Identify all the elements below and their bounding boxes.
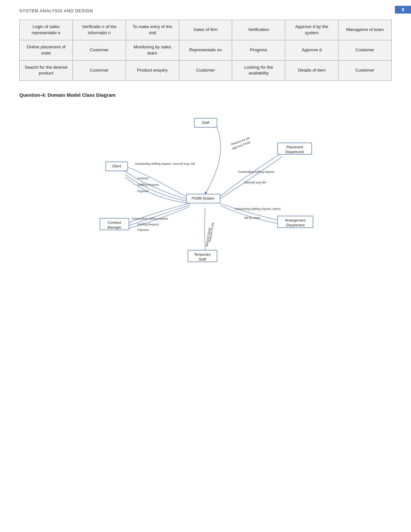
svg-text:Staffing Request: Staffing Request [137, 223, 159, 226]
table-cell-r0-c0: Login of sales representativ e [20, 20, 73, 40]
main-table: Login of sales representativ eVerificati… [19, 20, 392, 81]
svg-text:Temporary: Temporary [194, 252, 211, 256]
table-cell-r0-c2: To make entry of the visit [126, 20, 179, 40]
table-cell-r2-c3: Customer [179, 60, 232, 81]
table-cell-r2-c2: Product enquiry [126, 60, 179, 81]
svg-text:Payment: Payment [137, 228, 149, 232]
table-cell-r0-c1: Verificatio n of the informatio n [73, 20, 126, 40]
svg-text:Bill for client: Bill for client [244, 216, 260, 220]
svg-text:Memo(if any) Bill: Memo(if any) Bill [244, 181, 266, 184]
svg-text:Outstanding staffing request, : Outstanding staffing request, memo(if an… [135, 162, 195, 165]
table-cell-r2-c0: Search for the desired product [20, 60, 73, 81]
table-cell-r2-c6: Customer [338, 60, 392, 81]
svg-text:Staffing Request: Staffing Request [137, 183, 159, 186]
svg-text:Staff: Staff [199, 257, 206, 261]
svg-text:Contract: Contract [137, 177, 149, 180]
table-cell-r1-c2: Monitoring by sales team [126, 40, 179, 60]
table-cell-r1-c3: Representativ es [179, 40, 232, 60]
diagram-container: Request for job approval Detail Outstand… [19, 103, 392, 274]
table-cell-r2-c4: Looking for the availability [232, 60, 285, 81]
svg-text:PSSM System: PSSM System [191, 196, 214, 200]
section-heading: Question-4: Domain Model Class Diagram [19, 92, 392, 98]
svg-text:Contract: Contract [108, 221, 121, 224]
svg-text:Staff: Staff [202, 121, 209, 124]
table-cell-r2-c5: Details of item [285, 60, 338, 81]
table-cell-r1-c0: Online placement of order [20, 40, 73, 60]
table-cell-r0-c6: Manageme nt team [338, 20, 392, 40]
domain-model-diagram: Request for job approval Detail Outstand… [90, 103, 322, 274]
table-cell-r1-c6: Customer [338, 40, 392, 60]
svg-text:Manager: Manager [107, 225, 122, 229]
page-number: 9 [395, 6, 411, 14]
svg-text:Placement: Placement [286, 145, 303, 149]
svg-text:Payment: Payment [137, 190, 149, 193]
header-title: SYSTEM ANALYSIS AND DESIGN [19, 8, 392, 13]
svg-text:Client: Client [112, 164, 121, 168]
svg-text:Outstanding staffing request: Outstanding staffing request [238, 170, 274, 173]
table-cell-r0-c3: Sales of firm [179, 20, 232, 40]
table-cell-r2-c1: Customer [73, 60, 126, 81]
page-header: 9 SYSTEM ANALYSIS AND DESIGN [0, 0, 411, 16]
svg-text:Department: Department [286, 223, 304, 227]
svg-text:Department: Department [285, 150, 304, 154]
table-cell-r1-c4: Progress [232, 40, 285, 60]
table-cell-r1-c5: Approve d [285, 40, 338, 60]
content-area: Login of sales representativ eVerificati… [0, 16, 411, 284]
svg-text:Arrangement: Arrangement [285, 218, 306, 222]
svg-text:Outstanding staffing request, : Outstanding staffing request, memo [235, 207, 280, 211]
table-cell-r0-c5: Approve d by the system [285, 20, 338, 40]
table-cell-r0-c4: Verification [232, 20, 285, 40]
table-cell-r1-c1: Customer [73, 40, 126, 60]
